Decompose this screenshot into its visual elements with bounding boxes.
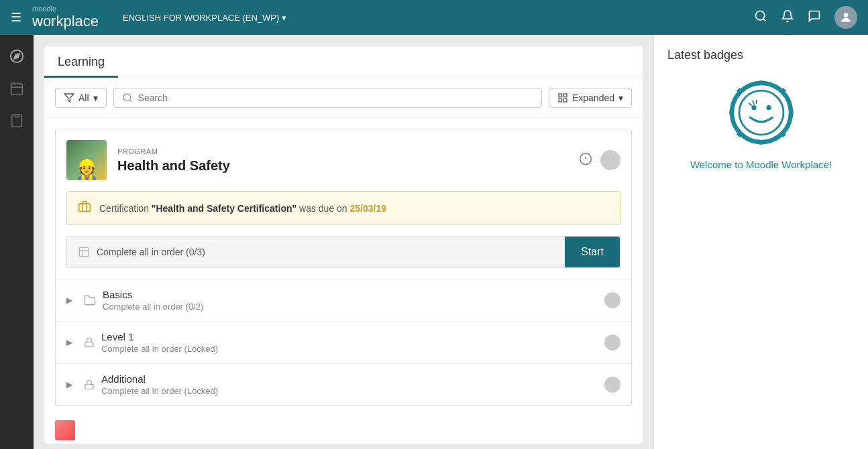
partial-card [44, 417, 643, 444]
section-item: ▶ Level 1 Complete all in order (Locked) [56, 322, 631, 364]
nav-icons [754, 6, 857, 29]
program-info: PROGRAM Health and Safety [117, 147, 568, 174]
filter-bar: All ▾ Expanded ▾ [44, 78, 643, 118]
section-level1-name: Level 1 [101, 331, 598, 342]
section-additional-status [604, 377, 620, 393]
search-icon[interactable] [754, 9, 767, 26]
svg-line-31 [781, 133, 785, 136]
svg-point-34 [739, 90, 783, 135]
progress-text: Complete all in order (0/3) [97, 247, 205, 257]
lock-icon [84, 337, 95, 348]
svg-rect-15 [559, 99, 562, 102]
progress-label: Complete all in order (0/3) [67, 237, 565, 267]
search-input[interactable] [138, 92, 533, 103]
badge-icon [724, 76, 798, 149]
section-basics-name: Basics [103, 289, 598, 300]
svg-line-12 [129, 100, 131, 102]
svg-line-30 [738, 89, 741, 92]
section-additional-info: Additional Complete all in order (Locked… [101, 373, 598, 396]
logo[interactable]: moodle workplace [32, 5, 99, 30]
expanded-label: Expanded [572, 92, 614, 103]
language-selector[interactable]: ENGLISH FOR WORKPLACE (EN_WP) ▾ [123, 13, 286, 23]
expand-additional-icon[interactable]: ▶ [66, 380, 77, 389]
hamburger-menu-icon[interactable]: ☰ [11, 10, 21, 25]
section-level1-status [604, 334, 620, 350]
svg-rect-5 [11, 84, 23, 95]
cert-warning-text: Certification "Health and Safety Certifi… [99, 203, 386, 214]
svg-point-11 [123, 94, 131, 101]
learning-tab[interactable]: Learning [58, 55, 105, 76]
filter-label: All [78, 92, 89, 103]
svg-rect-20 [79, 204, 91, 212]
search-input-icon [122, 92, 133, 103]
sidebar-item-clipboard[interactable] [3, 107, 30, 134]
expand-level1-icon[interactable]: ▶ [66, 338, 77, 347]
svg-point-2 [844, 13, 849, 17]
partial-card-image [55, 420, 75, 440]
program-status-circle [600, 150, 620, 170]
svg-line-32 [738, 133, 741, 136]
logo-workplace-text: workplace [32, 13, 99, 30]
filter-caret-icon: ▾ [93, 92, 98, 103]
info-icon[interactable] [579, 152, 592, 169]
section-basics-info: Basics Complete all in order (0/2) [103, 289, 598, 312]
svg-point-36 [766, 105, 771, 110]
svg-rect-21 [79, 247, 89, 257]
cert-prefix: Certification [99, 203, 149, 214]
svg-rect-14 [563, 94, 567, 97]
svg-rect-16 [563, 99, 567, 102]
svg-marker-10 [64, 94, 73, 102]
certification-warning: Certification "Health and Safety Certifi… [66, 191, 620, 225]
learning-card: Learning All ▾ Exp [44, 46, 643, 444]
section-item: ▶ Additional Complete all in order (Lock… [56, 364, 631, 405]
svg-line-33 [781, 89, 785, 92]
svg-rect-22 [85, 342, 93, 346]
logo-moodle-text: moodle [32, 5, 99, 13]
svg-rect-23 [85, 384, 93, 389]
sidebar-item-compass[interactable] [3, 43, 30, 70]
svg-marker-4 [14, 54, 19, 59]
program-title: Health and Safety [117, 158, 568, 174]
section-item: ▶ Basics Complete all in order (0/2) [56, 279, 631, 322]
section-basics-status [604, 292, 620, 308]
folder-icon [84, 294, 96, 306]
search-box [113, 88, 542, 108]
main-content: Learning All ▾ Exp [34, 35, 653, 449]
cert-warning-icon [78, 200, 91, 216]
program-image: 👷 [66, 140, 107, 180]
section-level1-sub: Complete all in order (Locked) [101, 344, 598, 354]
progress-icon [78, 246, 90, 258]
lock-icon [84, 379, 95, 390]
filter-all-button[interactable]: All ▾ [55, 88, 107, 108]
svg-rect-13 [559, 94, 562, 97]
program-actions [579, 150, 620, 170]
svg-point-0 [756, 11, 765, 19]
right-sidebar: Latest badges [653, 35, 868, 449]
svg-line-1 [763, 18, 766, 21]
section-basics-sub: Complete all in order (0/2) [103, 302, 598, 312]
badges-title: Latest badges [667, 48, 855, 62]
grid-icon [557, 92, 568, 103]
section-list: ▶ Basics Complete all in order (0/2) ▶ [56, 279, 631, 405]
cert-suffix: was due on [299, 203, 347, 214]
top-navigation: ☰ moodle workplace ENGLISH FOR WORKPLACE… [0, 0, 868, 35]
program-header: 👷 PROGRAM Health and Safety [56, 129, 631, 191]
badge-container: Welcome to Moodle Workplace! [667, 76, 855, 172]
bell-icon[interactable] [781, 9, 794, 26]
badge-label: Welcome to Moodle Workplace! [690, 157, 832, 172]
start-button[interactable]: Start [565, 237, 620, 267]
svg-rect-9 [15, 115, 19, 117]
section-level1-info: Level 1 Complete all in order (Locked) [101, 331, 598, 354]
program-type-label: PROGRAM [117, 147, 568, 155]
svg-point-35 [751, 105, 756, 110]
avatar[interactable] [834, 6, 857, 29]
expanded-view-button[interactable]: Expanded ▾ [549, 88, 632, 108]
chat-icon[interactable] [808, 9, 821, 26]
section-additional-name: Additional [101, 373, 598, 385]
language-label: ENGLISH FOR WORKPLACE (EN_WP) [123, 13, 279, 23]
cert-name: "Health and Safety Certification" [152, 203, 296, 214]
sidebar-item-calendar[interactable] [3, 75, 30, 102]
expand-basics-icon[interactable]: ▶ [66, 296, 77, 305]
cert-date: 25/03/19 [350, 203, 387, 214]
section-additional-sub: Complete all in order (Locked) [101, 386, 598, 396]
